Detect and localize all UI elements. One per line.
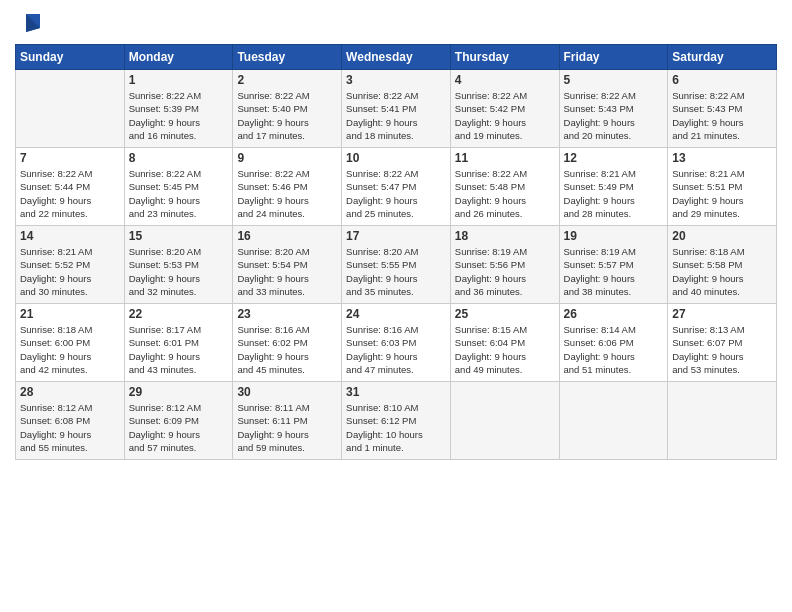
day-number: 15 <box>129 229 229 243</box>
day-info: Sunrise: 8:17 AM Sunset: 6:01 PM Dayligh… <box>129 323 229 376</box>
header-cell-tuesday: Tuesday <box>233 45 342 70</box>
week-row-1: 7Sunrise: 8:22 AM Sunset: 5:44 PM Daylig… <box>16 148 777 226</box>
day-number: 4 <box>455 73 555 87</box>
day-info: Sunrise: 8:22 AM Sunset: 5:41 PM Dayligh… <box>346 89 446 142</box>
day-number: 5 <box>564 73 664 87</box>
calendar-cell: 11Sunrise: 8:22 AM Sunset: 5:48 PM Dayli… <box>450 148 559 226</box>
calendar-table: SundayMondayTuesdayWednesdayThursdayFrid… <box>15 44 777 460</box>
day-info: Sunrise: 8:11 AM Sunset: 6:11 PM Dayligh… <box>237 401 337 454</box>
day-number: 11 <box>455 151 555 165</box>
day-info: Sunrise: 8:21 AM Sunset: 5:52 PM Dayligh… <box>20 245 120 298</box>
day-info: Sunrise: 8:22 AM Sunset: 5:43 PM Dayligh… <box>672 89 772 142</box>
day-info: Sunrise: 8:22 AM Sunset: 5:46 PM Dayligh… <box>237 167 337 220</box>
day-info: Sunrise: 8:12 AM Sunset: 6:09 PM Dayligh… <box>129 401 229 454</box>
header-cell-friday: Friday <box>559 45 668 70</box>
header <box>15 10 777 36</box>
day-number: 22 <box>129 307 229 321</box>
calendar-cell: 13Sunrise: 8:21 AM Sunset: 5:51 PM Dayli… <box>668 148 777 226</box>
calendar-cell: 14Sunrise: 8:21 AM Sunset: 5:52 PM Dayli… <box>16 226 125 304</box>
calendar-header: SundayMondayTuesdayWednesdayThursdayFrid… <box>16 45 777 70</box>
day-number: 20 <box>672 229 772 243</box>
day-info: Sunrise: 8:20 AM Sunset: 5:53 PM Dayligh… <box>129 245 229 298</box>
page-container: SundayMondayTuesdayWednesdayThursdayFrid… <box>0 0 792 470</box>
day-number: 17 <box>346 229 446 243</box>
day-number: 29 <box>129 385 229 399</box>
day-number: 28 <box>20 385 120 399</box>
header-cell-thursday: Thursday <box>450 45 559 70</box>
day-info: Sunrise: 8:20 AM Sunset: 5:54 PM Dayligh… <box>237 245 337 298</box>
day-info: Sunrise: 8:13 AM Sunset: 6:07 PM Dayligh… <box>672 323 772 376</box>
header-cell-monday: Monday <box>124 45 233 70</box>
day-number: 19 <box>564 229 664 243</box>
day-number: 27 <box>672 307 772 321</box>
day-number: 1 <box>129 73 229 87</box>
calendar-cell: 12Sunrise: 8:21 AM Sunset: 5:49 PM Dayli… <box>559 148 668 226</box>
day-info: Sunrise: 8:22 AM Sunset: 5:39 PM Dayligh… <box>129 89 229 142</box>
day-info: Sunrise: 8:18 AM Sunset: 5:58 PM Dayligh… <box>672 245 772 298</box>
calendar-cell: 26Sunrise: 8:14 AM Sunset: 6:06 PM Dayli… <box>559 304 668 382</box>
day-number: 6 <box>672 73 772 87</box>
day-info: Sunrise: 8:14 AM Sunset: 6:06 PM Dayligh… <box>564 323 664 376</box>
calendar-cell: 5Sunrise: 8:22 AM Sunset: 5:43 PM Daylig… <box>559 70 668 148</box>
day-number: 14 <box>20 229 120 243</box>
day-info: Sunrise: 8:19 AM Sunset: 5:57 PM Dayligh… <box>564 245 664 298</box>
calendar-cell: 21Sunrise: 8:18 AM Sunset: 6:00 PM Dayli… <box>16 304 125 382</box>
calendar-cell: 27Sunrise: 8:13 AM Sunset: 6:07 PM Dayli… <box>668 304 777 382</box>
calendar-cell: 16Sunrise: 8:20 AM Sunset: 5:54 PM Dayli… <box>233 226 342 304</box>
day-number: 10 <box>346 151 446 165</box>
day-number: 16 <box>237 229 337 243</box>
day-number: 30 <box>237 385 337 399</box>
calendar-cell: 24Sunrise: 8:16 AM Sunset: 6:03 PM Dayli… <box>342 304 451 382</box>
day-number: 2 <box>237 73 337 87</box>
day-number: 23 <box>237 307 337 321</box>
day-info: Sunrise: 8:22 AM Sunset: 5:48 PM Dayligh… <box>455 167 555 220</box>
day-info: Sunrise: 8:22 AM Sunset: 5:43 PM Dayligh… <box>564 89 664 142</box>
calendar-cell: 8Sunrise: 8:22 AM Sunset: 5:45 PM Daylig… <box>124 148 233 226</box>
week-row-0: 1Sunrise: 8:22 AM Sunset: 5:39 PM Daylig… <box>16 70 777 148</box>
week-row-4: 28Sunrise: 8:12 AM Sunset: 6:08 PM Dayli… <box>16 382 777 460</box>
calendar-cell: 30Sunrise: 8:11 AM Sunset: 6:11 PM Dayli… <box>233 382 342 460</box>
day-info: Sunrise: 8:22 AM Sunset: 5:40 PM Dayligh… <box>237 89 337 142</box>
day-info: Sunrise: 8:16 AM Sunset: 6:03 PM Dayligh… <box>346 323 446 376</box>
day-info: Sunrise: 8:22 AM Sunset: 5:44 PM Dayligh… <box>20 167 120 220</box>
day-number: 9 <box>237 151 337 165</box>
day-number: 8 <box>129 151 229 165</box>
calendar-cell: 6Sunrise: 8:22 AM Sunset: 5:43 PM Daylig… <box>668 70 777 148</box>
day-number: 7 <box>20 151 120 165</box>
calendar-cell: 7Sunrise: 8:22 AM Sunset: 5:44 PM Daylig… <box>16 148 125 226</box>
calendar-cell: 3Sunrise: 8:22 AM Sunset: 5:41 PM Daylig… <box>342 70 451 148</box>
day-info: Sunrise: 8:22 AM Sunset: 5:45 PM Dayligh… <box>129 167 229 220</box>
day-number: 21 <box>20 307 120 321</box>
day-number: 13 <box>672 151 772 165</box>
calendar-cell: 31Sunrise: 8:10 AM Sunset: 6:12 PM Dayli… <box>342 382 451 460</box>
day-number: 26 <box>564 307 664 321</box>
day-number: 12 <box>564 151 664 165</box>
header-cell-sunday: Sunday <box>16 45 125 70</box>
calendar-cell <box>450 382 559 460</box>
day-info: Sunrise: 8:21 AM Sunset: 5:49 PM Dayligh… <box>564 167 664 220</box>
calendar-cell: 10Sunrise: 8:22 AM Sunset: 5:47 PM Dayli… <box>342 148 451 226</box>
calendar-cell: 18Sunrise: 8:19 AM Sunset: 5:56 PM Dayli… <box>450 226 559 304</box>
calendar-body: 1Sunrise: 8:22 AM Sunset: 5:39 PM Daylig… <box>16 70 777 460</box>
calendar-cell: 4Sunrise: 8:22 AM Sunset: 5:42 PM Daylig… <box>450 70 559 148</box>
day-info: Sunrise: 8:10 AM Sunset: 6:12 PM Dayligh… <box>346 401 446 454</box>
day-info: Sunrise: 8:12 AM Sunset: 6:08 PM Dayligh… <box>20 401 120 454</box>
calendar-cell <box>668 382 777 460</box>
day-number: 18 <box>455 229 555 243</box>
logo <box>15 10 44 36</box>
calendar-cell: 2Sunrise: 8:22 AM Sunset: 5:40 PM Daylig… <box>233 70 342 148</box>
day-number: 31 <box>346 385 446 399</box>
calendar-cell: 22Sunrise: 8:17 AM Sunset: 6:01 PM Dayli… <box>124 304 233 382</box>
week-row-3: 21Sunrise: 8:18 AM Sunset: 6:00 PM Dayli… <box>16 304 777 382</box>
day-number: 25 <box>455 307 555 321</box>
header-row: SundayMondayTuesdayWednesdayThursdayFrid… <box>16 45 777 70</box>
day-number: 24 <box>346 307 446 321</box>
day-info: Sunrise: 8:21 AM Sunset: 5:51 PM Dayligh… <box>672 167 772 220</box>
header-cell-saturday: Saturday <box>668 45 777 70</box>
day-info: Sunrise: 8:22 AM Sunset: 5:47 PM Dayligh… <box>346 167 446 220</box>
day-info: Sunrise: 8:18 AM Sunset: 6:00 PM Dayligh… <box>20 323 120 376</box>
day-info: Sunrise: 8:19 AM Sunset: 5:56 PM Dayligh… <box>455 245 555 298</box>
day-number: 3 <box>346 73 446 87</box>
calendar-cell: 9Sunrise: 8:22 AM Sunset: 5:46 PM Daylig… <box>233 148 342 226</box>
day-info: Sunrise: 8:22 AM Sunset: 5:42 PM Dayligh… <box>455 89 555 142</box>
